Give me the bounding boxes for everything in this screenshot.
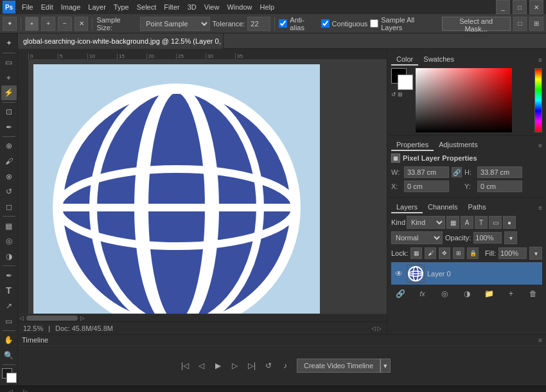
menu-layer[interactable]: Layer — [84, 2, 110, 12]
add-mask-btn[interactable]: ◎ — [438, 287, 451, 300]
adjustment-layer-btn[interactable]: ◑ — [461, 287, 473, 300]
fx-btn[interactable]: fx — [416, 287, 429, 300]
new-selection-btn[interactable]: ▪ — [25, 17, 39, 31]
color-gradient[interactable] — [416, 68, 512, 132]
opacity-dropdown[interactable]: ▾ — [504, 231, 517, 244]
clone-tool[interactable]: ⊗ — [1, 169, 17, 184]
scrollbar-thumb-h[interactable] — [26, 316, 78, 321]
pen-tool[interactable]: ✒ — [1, 268, 17, 283]
hand-tool[interactable]: ✋ — [1, 333, 17, 348]
type-tool[interactable]: T — [1, 283, 17, 298]
paths-tab[interactable]: Paths — [463, 202, 491, 213]
background-color-square[interactable] — [398, 75, 413, 90]
lock-pixels-btn[interactable]: ▦ — [410, 247, 422, 259]
adjustments-tab[interactable]: Adjustments — [434, 139, 483, 151]
blend-mode-select[interactable]: Normal — [391, 231, 443, 244]
width-input[interactable] — [404, 166, 449, 178]
bottom-arrow-left[interactable]: ◁ — [5, 387, 15, 393]
bottom-arrow-right[interactable]: ▷ — [21, 387, 31, 393]
add-selection-btn[interactable]: + — [41, 17, 55, 31]
anti-alias-check[interactable]: Anti-alias — [279, 16, 318, 31]
tool-options-icon[interactable]: ✦ — [3, 17, 17, 31]
scroll-left-btn[interactable]: ◁ — [371, 325, 376, 332]
hue-bar[interactable] — [534, 68, 542, 132]
menu-help[interactable]: Help — [256, 2, 279, 12]
properties-tab[interactable]: Properties — [391, 139, 434, 151]
canvas-viewport[interactable] — [28, 59, 387, 314]
menu-file[interactable]: File — [18, 2, 37, 12]
group-btn[interactable]: 📁 — [482, 287, 495, 300]
color-panel-menu[interactable]: ≡ — [538, 57, 542, 64]
y-input[interactable] — [477, 181, 522, 192]
opacity-input[interactable] — [473, 232, 502, 244]
shape-tool[interactable]: ▭ — [1, 314, 17, 328]
contiguous-check[interactable]: Contiguous — [321, 19, 368, 28]
properties-panel-menu[interactable]: ≡ — [538, 142, 542, 149]
zoom-tool[interactable]: 🔍 — [1, 348, 17, 363]
menu-filter[interactable]: Filter — [160, 2, 183, 12]
subtract-selection-btn[interactable]: − — [58, 17, 72, 31]
kind-select[interactable]: Kind — [407, 216, 445, 229]
filter-shape-btn[interactable]: ▭ — [489, 216, 502, 229]
timeline-loop-btn[interactable]: ↺ — [262, 359, 275, 372]
lock-brush-btn[interactable]: 🖌 — [425, 247, 436, 259]
link-icon[interactable]: 🔗 — [452, 167, 462, 177]
timeline-play-btn[interactable]: ▶ — [212, 359, 225, 372]
create-video-dropdown-btn[interactable]: ▾ — [380, 359, 391, 373]
background-color[interactable] — [6, 373, 17, 383]
brush-tool[interactable]: 🖌 — [1, 154, 17, 169]
layers-panel-menu[interactable]: ≡ — [538, 204, 542, 211]
layers-tab[interactable]: Layers — [391, 202, 423, 213]
new-layer-btn[interactable]: + — [505, 287, 518, 300]
create-video-timeline-btn[interactable]: Create Video Timeline — [297, 359, 380, 373]
blur-tool[interactable]: ◎ — [1, 234, 17, 249]
menu-edit[interactable]: Edit — [37, 2, 57, 12]
move-tool[interactable]: ✦ — [1, 36, 17, 51]
scroll-right-btn[interactable]: ▷ — [377, 325, 382, 332]
workspace-btn[interactable]: □ — [513, 17, 527, 31]
menu-image[interactable]: Image — [57, 2, 85, 12]
horizontal-scrollbar[interactable]: ◁ ▷ — [18, 314, 387, 321]
x-input[interactable] — [404, 181, 449, 192]
eyedropper-tool[interactable]: ✒ — [1, 120, 17, 134]
tolerance-input[interactable] — [247, 17, 270, 31]
layer-row[interactable]: 👁 — [391, 262, 542, 285]
sample-size-select[interactable]: Point Sample — [140, 17, 209, 31]
channels-tab[interactable]: Channels — [423, 202, 462, 213]
intersect-selection-btn[interactable]: ✕ — [75, 17, 89, 31]
timeline-last-btn[interactable]: ▷| — [245, 359, 258, 372]
filter-type-btn[interactable]: T — [475, 216, 488, 229]
eraser-tool[interactable]: ◻ — [1, 200, 17, 215]
filter-smart-btn[interactable]: ● — [503, 216, 516, 229]
close-btn[interactable]: ✕ — [529, 0, 543, 14]
delete-layer-btn[interactable]: 🗑 — [527, 287, 540, 300]
lasso-tool[interactable]: ⌖ — [1, 70, 17, 85]
link-layers-btn[interactable]: 🔗 — [394, 287, 407, 300]
crop-tool[interactable]: ⊡ — [1, 105, 17, 120]
rectangular-marquee-tool[interactable]: ▭ — [1, 55, 17, 70]
timeline-back-btn[interactable]: ◁ — [195, 359, 208, 372]
gradient-tool[interactable]: ▦ — [1, 218, 17, 233]
menu-view[interactable]: View — [200, 2, 224, 12]
menu-window[interactable]: Window — [223, 2, 256, 12]
history-brush-tool[interactable]: ↺ — [1, 184, 17, 199]
lock-artboard-btn[interactable]: ⊞ — [453, 247, 464, 259]
filter-adjust-btn[interactable]: A — [461, 216, 473, 229]
filter-pixel-btn[interactable]: ▦ — [446, 216, 459, 229]
lock-move-btn[interactable]: ✥ — [439, 247, 450, 259]
screen-mode-btn[interactable]: ⊞ — [529, 17, 543, 31]
swatches-tab[interactable]: Swatches — [418, 54, 459, 66]
maximize-btn[interactable]: □ — [513, 0, 527, 14]
menu-3d[interactable]: 3D — [184, 2, 200, 12]
menu-type[interactable]: Type — [110, 2, 133, 12]
dodge-tool[interactable]: ◑ — [1, 249, 17, 264]
lock-all-btn[interactable]: 🔒 — [467, 247, 479, 259]
timeline-audio-btn[interactable]: ♪ — [279, 359, 292, 372]
color-tab[interactable]: Color — [391, 54, 418, 66]
path-selection-tool[interactable]: ↗ — [1, 299, 17, 314]
fill-dropdown[interactable]: ▾ — [529, 247, 542, 260]
timeline-panel-menu[interactable]: ≡ — [538, 337, 542, 344]
fill-input[interactable] — [498, 247, 527, 259]
timeline-first-btn[interactable]: |◁ — [179, 359, 191, 372]
document-tab[interactable]: global-searching-icon-white-background.j… — [18, 33, 224, 49]
